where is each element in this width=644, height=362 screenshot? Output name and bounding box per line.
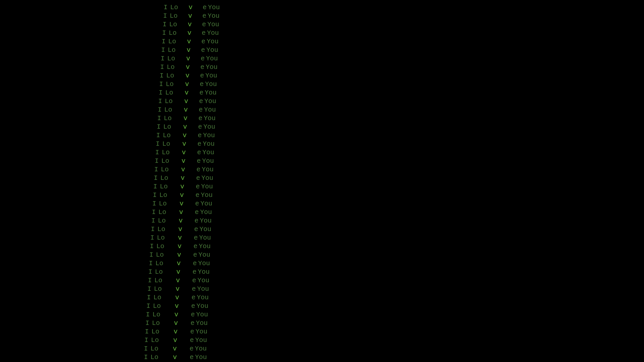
part-e: e <box>190 259 197 268</box>
part-v: v <box>177 191 187 200</box>
part-lo: Lo <box>169 20 178 29</box>
part-you: You <box>201 174 221 182</box>
text-row: ILoveYou <box>141 3 279 12</box>
part-you: You <box>207 29 227 37</box>
part-v: v <box>172 302 181 310</box>
part-lo: Lo <box>169 29 178 37</box>
part-v: v <box>174 259 183 268</box>
text-row: ILoveYou <box>141 157 279 165</box>
part-e: e <box>191 242 197 251</box>
part-e: e <box>193 191 199 200</box>
part-you: You <box>205 72 225 80</box>
part-v: v <box>184 54 193 63</box>
part-e: e <box>189 302 195 310</box>
part-i: I <box>159 37 166 46</box>
part-you: You <box>197 293 217 302</box>
part-e: e <box>196 106 203 114</box>
text-row: ILoveYou <box>141 336 279 345</box>
part-lo: Lo <box>160 182 169 191</box>
part-v: v <box>180 140 189 148</box>
part-v: v <box>186 12 195 20</box>
text-row: ILoveYou <box>141 276 279 285</box>
part-e: e <box>190 276 196 285</box>
part-i: I <box>158 63 164 72</box>
part-you: You <box>200 208 220 217</box>
part-you: You <box>199 242 218 251</box>
part-i: I <box>160 29 166 37</box>
part-v: v <box>172 310 181 319</box>
part-i: I <box>143 310 150 319</box>
part-i: I <box>150 200 156 208</box>
part-lo: Lo <box>163 131 172 140</box>
part-v: v <box>173 276 183 285</box>
part-lo: Lo <box>162 140 172 148</box>
part-you: You <box>197 276 217 285</box>
part-lo: Lo <box>153 302 162 310</box>
part-v: v <box>185 20 195 29</box>
part-v: v <box>177 200 186 208</box>
part-you: You <box>202 148 222 157</box>
part-lo: Lo <box>150 353 160 362</box>
part-you: You <box>204 114 223 123</box>
part-you: You <box>198 268 218 276</box>
part-lo: Lo <box>157 234 166 242</box>
part-lo: Lo <box>166 72 175 80</box>
part-you: You <box>195 345 215 353</box>
text-row: ILoveYou <box>141 140 279 148</box>
part-e: e <box>192 217 198 225</box>
part-you: You <box>205 89 224 97</box>
part-v: v <box>179 157 188 165</box>
part-you: You <box>195 353 215 362</box>
part-e: e <box>194 174 200 182</box>
part-you: You <box>201 182 221 191</box>
part-v: v <box>172 319 181 328</box>
part-i: I <box>157 72 164 80</box>
part-v: v <box>174 251 184 259</box>
part-you: You <box>196 328 215 336</box>
part-v: v <box>176 208 186 217</box>
text-row: ILoveYou <box>141 200 279 208</box>
part-lo: Lo <box>157 225 167 234</box>
part-lo: Lo <box>150 345 160 353</box>
part-i: I <box>149 208 156 217</box>
part-e: e <box>192 225 198 234</box>
part-v: v <box>178 174 187 182</box>
part-e: e <box>196 97 203 106</box>
text-row: ILoveYou <box>141 302 279 310</box>
part-v: v <box>171 336 180 345</box>
text-row: ILoveYou <box>141 46 279 54</box>
part-v: v <box>186 3 195 12</box>
part-you: You <box>203 123 223 131</box>
part-e: e <box>198 63 204 72</box>
text-row: ILoveYou <box>141 37 279 46</box>
part-lo: Lo <box>161 165 170 174</box>
part-e: e <box>199 20 206 29</box>
part-i: I <box>156 97 162 106</box>
part-you: You <box>206 63 225 72</box>
part-lo: Lo <box>161 157 171 165</box>
text-row: ILoveYou <box>141 131 279 140</box>
part-you: You <box>202 157 222 165</box>
part-e: e <box>197 80 204 89</box>
part-v: v <box>182 89 191 97</box>
part-you: You <box>202 165 221 174</box>
part-you: You <box>207 20 227 29</box>
text-row: ILoveYou <box>141 328 279 336</box>
part-v: v <box>180 131 189 140</box>
part-e: e <box>196 114 202 123</box>
part-e: e <box>194 165 200 174</box>
text-row: ILoveYou <box>141 123 279 131</box>
part-i: I <box>155 114 161 123</box>
part-v: v <box>184 37 194 46</box>
part-e: e <box>195 140 201 148</box>
part-i: I <box>147 251 153 259</box>
part-i: I <box>152 165 158 174</box>
part-i: I <box>157 80 163 89</box>
part-you: You <box>198 259 218 268</box>
part-i: I <box>152 157 159 165</box>
part-you: You <box>199 225 219 234</box>
part-v: v <box>182 80 192 89</box>
text-row: ILoveYou <box>141 259 279 268</box>
part-i: I <box>148 234 154 242</box>
text-row: ILoveYou <box>141 80 279 89</box>
